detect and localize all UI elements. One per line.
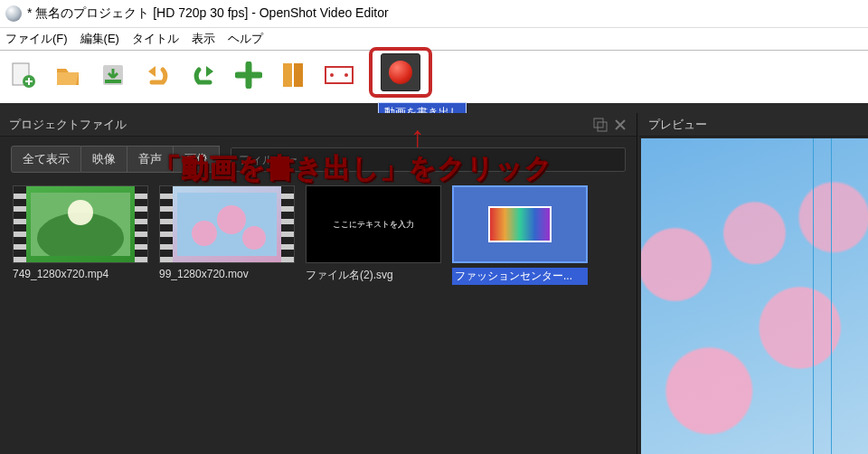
list-item[interactable]: 99_1280x720.mov (159, 185, 295, 285)
list-item[interactable]: 749_1280x720.mp4 (13, 185, 148, 285)
undock-icon[interactable] (593, 118, 608, 132)
svg-placeholder-text: ここにテキストを入力 (333, 219, 414, 231)
file-label: ファッションセンター... (452, 268, 588, 285)
preview-panel: プレビュー (639, 113, 868, 454)
svg-rect-9 (594, 118, 603, 128)
list-item[interactable]: ファッションセンター... (452, 185, 588, 285)
menu-bar: ファイル(F) 編集(E) タイトル 表示 ヘルプ (0, 27, 868, 51)
preview-title: プレビュー (648, 117, 707, 133)
undo-button[interactable] (143, 60, 174, 90)
menu-edit[interactable]: 編集(E) (80, 31, 119, 47)
thumbnail-icon (177, 193, 277, 256)
title-bar: * 無名のプロジェクト [HD 720p 30 fps] - OpenShot … (0, 0, 868, 27)
file-label: ファイル名(2).svg (306, 268, 441, 283)
export-video-highlight (369, 47, 432, 98)
menu-file[interactable]: ファイル(F) (5, 31, 68, 47)
tab-show-all[interactable]: 全て表示 (11, 146, 81, 173)
new-project-button[interactable] (7, 60, 38, 90)
svg-rect-5 (294, 63, 303, 87)
svg-rect-6 (326, 67, 353, 83)
main-toolbar (7, 56, 861, 94)
redo-button[interactable] (188, 60, 219, 90)
tab-video[interactable]: 映像 (81, 146, 127, 173)
list-item[interactable]: ここにテキストを入力 ファイル名(2).svg (306, 185, 441, 285)
menu-title[interactable]: タイトル (132, 31, 179, 47)
toolbar-area (0, 51, 868, 103)
svg-rect-4 (283, 63, 292, 87)
svg-rect-3 (105, 80, 121, 83)
svg-point-17 (242, 226, 266, 250)
close-panel-icon[interactable] (613, 118, 627, 132)
annotation-text: 「動画を書き出し」をクリック (154, 150, 553, 187)
profiles-button[interactable] (278, 60, 309, 90)
file-label: 99_1280x720.mov (159, 268, 295, 280)
project-files-title: プロジェクトファイル (9, 117, 127, 133)
export-video-button[interactable] (381, 53, 420, 91)
fullscreen-button[interactable] (324, 60, 354, 90)
window-title: * 無名のプロジェクト [HD 720p 30 fps] - OpenShot … (27, 5, 389, 22)
annotation-arrow: ↑ (410, 122, 425, 151)
save-project-button[interactable] (98, 60, 128, 90)
thumbnail-icon (488, 206, 552, 242)
file-label: 749_1280x720.mp4 (13, 268, 148, 280)
record-icon (389, 61, 412, 84)
svg-point-7 (330, 73, 334, 77)
thumbnail-icon (31, 193, 130, 256)
open-project-button[interactable] (52, 60, 83, 90)
svg-point-15 (192, 221, 217, 246)
svg-point-8 (344, 73, 348, 77)
svg-rect-10 (598, 122, 607, 131)
preview-viewport[interactable] (641, 138, 868, 454)
import-files-button[interactable] (233, 60, 264, 90)
svg-point-13 (68, 200, 93, 225)
menu-view[interactable]: 表示 (192, 31, 215, 47)
menu-help[interactable]: ヘルプ (228, 31, 263, 47)
app-icon (5, 5, 22, 22)
thumbnail-grid: 749_1280x720.mp4 99_1280x720.mov ここにテキスト… (0, 178, 637, 292)
svg-point-16 (217, 205, 246, 234)
